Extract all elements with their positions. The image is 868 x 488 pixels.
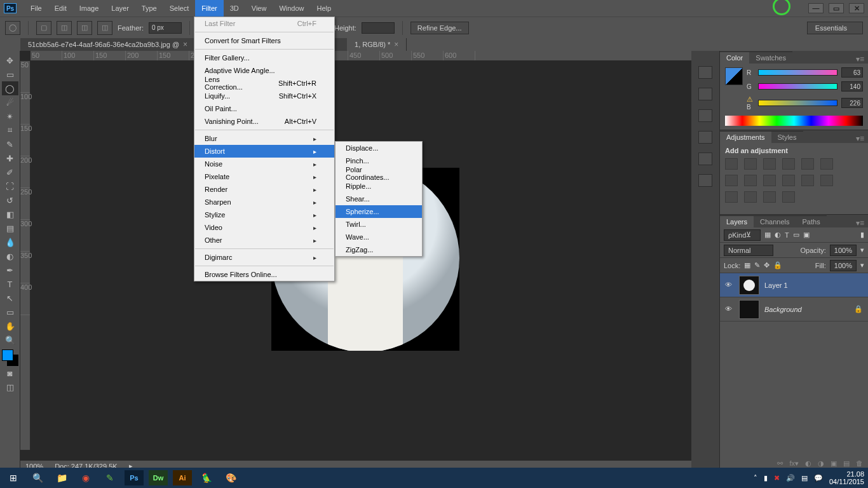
delete-layer-icon[interactable]: 🗑 <box>856 459 863 467</box>
close-icon[interactable]: × <box>394 40 398 49</box>
menu-edit[interactable]: Edit <box>48 0 73 17</box>
blend-mode-select[interactable]: Normal <box>724 245 773 256</box>
red-input[interactable] <box>841 67 863 78</box>
menu-item[interactable]: Ripple... <box>336 180 422 193</box>
illustrator-icon[interactable]: Ai <box>173 470 192 485</box>
panel-menu-icon[interactable]: ▾≡ <box>852 134 868 143</box>
adjustment-icon[interactable] <box>801 175 814 186</box>
menu-item[interactable]: Digimarc <box>194 251 334 264</box>
link-layers-icon[interactable]: ⚯ <box>777 459 783 468</box>
system-clock[interactable]: 21.08 04/11/2015 <box>829 470 864 485</box>
refine-edge-button[interactable]: Refine Edge... <box>410 22 469 34</box>
network-icon[interactable]: ✖ <box>774 474 780 482</box>
type-tool[interactable]: T <box>2 277 18 291</box>
spot-healing-tool[interactable]: ✚ <box>2 151 18 165</box>
3d-panel-icon[interactable] <box>698 174 712 187</box>
elliptical-marquee-tool[interactable]: ◯ <box>2 81 18 95</box>
opacity-input[interactable]: 100% <box>830 245 857 256</box>
character-panel-icon[interactable] <box>698 131 712 144</box>
adjustment-icon[interactable] <box>763 158 776 170</box>
adjustment-icon[interactable] <box>782 175 795 186</box>
tab-channels[interactable]: Channels <box>754 215 796 227</box>
adjustment-icon[interactable] <box>725 191 738 203</box>
gradient-tool[interactable]: ▤ <box>2 221 18 235</box>
volume-icon[interactable]: 🔊 <box>786 474 795 482</box>
layer-thumbnail[interactable] <box>739 276 759 295</box>
menu-item[interactable]: Last FilterCtrl+F <box>194 17 334 30</box>
new-fill-adjust-icon[interactable]: ◑ <box>818 459 824 468</box>
menu-help[interactable]: Help <box>311 0 338 17</box>
adjustment-icon[interactable] <box>744 191 757 203</box>
selection-subtract-icon[interactable]: ◫ <box>77 21 92 35</box>
menu-item[interactable]: ZigZag... <box>336 243 422 256</box>
paint-icon[interactable]: 🎨 <box>221 470 240 485</box>
layer-mask-icon[interactable]: ◐ <box>805 459 811 468</box>
rectangle-tool[interactable]: ▭ <box>2 305 18 319</box>
red-slider[interactable] <box>758 69 837 76</box>
menu-type[interactable]: Type <box>135 0 163 17</box>
menu-item[interactable]: Filter Gallery... <box>194 51 334 64</box>
tab-swatches[interactable]: Swatches <box>749 51 792 64</box>
rectangular-marquee-tool[interactable]: ▭ <box>2 67 18 81</box>
corel-icon[interactable]: ✎ <box>100 470 119 485</box>
history-panel-icon[interactable] <box>698 66 712 79</box>
filter-adjust-icon[interactable]: ◐ <box>775 231 781 239</box>
properties-panel-icon[interactable] <box>698 109 712 122</box>
path-selection-tool[interactable]: ↖ <box>2 291 18 305</box>
menu-image[interactable]: Image <box>73 0 105 17</box>
dreamweaver-icon[interactable]: Dw <box>149 470 168 485</box>
new-layer-icon[interactable]: ▤ <box>843 459 850 468</box>
filter-toggle-icon[interactable]: ▮ <box>860 231 864 239</box>
adjustment-icon[interactable] <box>744 158 757 170</box>
filter-type-icon[interactable]: T <box>785 231 789 239</box>
tab-styles[interactable]: Styles <box>771 131 803 143</box>
menu-select[interactable]: Select <box>163 0 196 17</box>
menu-item[interactable]: Stylize <box>194 208 334 221</box>
menu-item[interactable]: Oil Paint... <box>194 102 334 115</box>
action-center-icon[interactable]: 💬 <box>814 474 823 482</box>
quick-mask-toggle[interactable]: ◙ <box>2 366 18 380</box>
menu-file[interactable]: File <box>24 0 48 17</box>
menu-3d[interactable]: 3D <box>224 0 245 17</box>
menu-item[interactable]: Browse Filters Online... <box>194 268 334 281</box>
window-close-button[interactable]: ✕ <box>849 3 864 13</box>
adjustment-icon[interactable] <box>782 191 795 203</box>
brush-tool[interactable]: ✐ <box>2 165 18 179</box>
menu-item[interactable]: Render <box>194 183 334 196</box>
workspace-switcher[interactable]: Essentials <box>807 22 863 34</box>
document-tab[interactable]: 51cbb5a6-e7e4-4aaf-96a6-36e4ca2ba9b3.jpg… <box>20 38 196 51</box>
selection-add-icon[interactable]: ◫ <box>57 21 72 35</box>
dodge-tool[interactable]: ◐ <box>2 249 18 263</box>
adjustment-icon[interactable] <box>820 175 833 186</box>
lasso-tool[interactable]: ☄ <box>2 95 18 109</box>
layer-row[interactable]: 👁 Background 🔒 <box>720 297 868 322</box>
zoom-tool[interactable]: 🔍 <box>2 333 18 347</box>
chrome-icon[interactable]: ◉ <box>76 470 95 485</box>
adjustment-icon[interactable] <box>763 175 776 186</box>
lock-position-icon[interactable]: ✥ <box>764 261 770 269</box>
filter-shape-icon[interactable]: ▭ <box>793 231 799 239</box>
menu-item[interactable]: Wave... <box>336 231 422 243</box>
blur-tool[interactable]: 💧 <box>2 235 18 249</box>
color-ramp[interactable] <box>725 116 863 126</box>
height-input[interactable] <box>362 22 395 34</box>
adjustment-icon[interactable] <box>763 191 776 203</box>
menu-item[interactable]: Sharpen <box>194 196 334 208</box>
green-slider[interactable] <box>758 83 837 90</box>
fill-input[interactable]: 100% <box>830 260 857 271</box>
layer-fx-icon[interactable]: fx▾ <box>789 459 799 468</box>
menu-item[interactable]: Convert for Smart Filters <box>194 34 334 47</box>
visibility-icon[interactable]: 👁 <box>725 281 734 290</box>
menu-item[interactable]: Other <box>194 234 334 247</box>
panel-menu-icon[interactable]: ▾≡ <box>852 55 868 64</box>
filter-smart-icon[interactable]: ▣ <box>803 231 810 239</box>
tab-color[interactable]: Color <box>720 51 749 64</box>
adjustment-icon[interactable] <box>744 175 757 186</box>
selection-intersect-icon[interactable]: ◫ <box>97 21 112 35</box>
input-icon[interactable]: ▤ <box>801 474 808 482</box>
app-icon[interactable]: 🦜 <box>197 470 216 485</box>
actions-panel-icon[interactable] <box>698 88 712 100</box>
clone-stamp-tool[interactable]: ⛶ <box>2 179 18 193</box>
window-maximize-button[interactable]: ▭ <box>829 3 844 13</box>
screen-mode-toggle[interactable]: ◫ <box>2 380 18 394</box>
